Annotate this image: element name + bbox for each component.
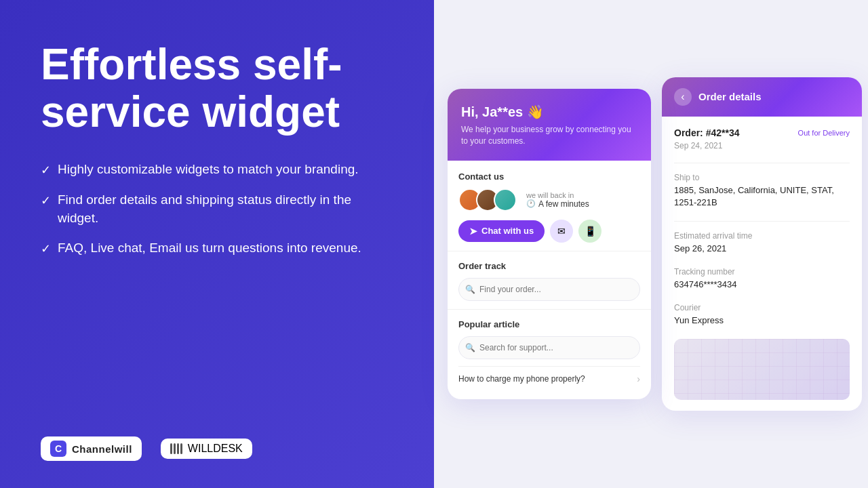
response-time: A few minutes [538,199,589,209]
right-panel: Hi, Ja**es 👋 We help your business grow … [434,0,868,488]
brands-row: C Channelwill WILLDESK [41,436,393,461]
chat-with-us-button[interactable]: ➤ Chat with us [458,220,545,242]
chat-header: Hi, Ja**es 👋 We help your business grow … [448,89,651,161]
ship-to-row: Ship to 1885, SanJose, California, UNITE… [674,173,850,209]
map-placeholder [674,339,850,400]
order-search-wrap: 🔍 [458,278,640,301]
order-widget-body: Order: #42**34 Out for Delivery Sep 24, … [662,117,862,411]
chat-body: Contact us we will back in 🕐 A few minut… [448,161,651,399]
ship-to-label: Ship to [674,173,850,182]
chat-btn-icon: ➤ [469,226,477,237]
article-chevron-icon: › [637,373,640,384]
order-date: Sep 24, 2021 [674,141,850,150]
chat-widget: Hi, Ja**es 👋 We help your business grow … [448,89,651,399]
features-list: ✓Highly customizable widgets to match yo… [41,161,393,258]
order-widget: ‹ Order details Order: #42**34 Out for D… [662,77,862,411]
order-status: Out for Delivery [798,129,850,137]
ship-to-address: 1885, SanJose, California, UNITE, STAT, … [674,184,850,209]
clock-icon: 🕐 [526,199,536,208]
feature-item: ✓Find order details and shipping status … [41,191,393,227]
we-will-back-label: we will back in [526,191,589,199]
article-search-icon: 🔍 [465,343,475,352]
tracking-row: Tracking number 634746****3434 [674,267,850,291]
chat-subtitle: We help your business grow by connecting… [461,124,637,147]
checkmark-icon: ✓ [41,241,51,258]
willdesk-brand: WILLDESK [161,439,252,459]
courier-label: Courier [674,303,850,312]
checkmark-icon: ✓ [41,192,51,209]
email-button[interactable]: ✉ [550,220,573,243]
feature-item: ✓FAQ, Live chat, Email us turn questions… [41,239,393,258]
divider-1 [674,163,850,163]
order-number: Order: #42**34 [674,127,740,138]
order-widget-header: ‹ Order details [662,77,862,117]
agent-avatars [458,188,517,211]
order-row-header: Order: #42**34 Out for Delivery [674,127,850,138]
email-icon: ✉ [557,226,566,237]
channelwill-brand: C Channelwill [41,436,142,461]
checkmark-icon: ✓ [41,162,51,179]
estimated-row: Estimated arrival time Sep 26, 2021 [674,231,850,255]
article-search-input[interactable] [458,336,640,359]
order-number-row: Order: #42**34 Out for Delivery Sep 24, … [674,127,850,150]
willdesk-label: WILLDESK [188,443,243,455]
divider-2 [674,221,850,222]
tracking-number: 634746****3434 [674,279,850,291]
channelwill-icon: C [50,441,66,457]
estimated-date: Sep 26, 2021 [674,243,850,255]
back-icon: ‹ [681,91,684,103]
estimated-label: Estimated arrival time [674,231,850,241]
left-panel: Effortless self-service widget ✓Highly c… [0,0,434,488]
feature-item: ✓Highly customizable widgets to match yo… [41,161,393,179]
whatsapp-icon: 📱 [585,226,596,237]
order-search-input[interactable] [458,278,640,301]
popular-article-section: Popular article 🔍 How to charge my phone… [448,310,651,399]
courier-row: Courier Yun Express [674,303,850,327]
chat-actions: ➤ Chat with us ✉ 📱 [458,220,640,243]
article-label: How to charge my phone properly? [458,374,585,384]
chat-greeting: Hi, Ja**es 👋 [461,104,637,120]
order-search-icon: 🔍 [465,285,475,294]
contact-row: we will back in 🕐 A few minutes [458,188,640,211]
contact-section-title: Contact us [458,171,640,182]
contact-info: we will back in 🕐 A few minutes [526,191,589,209]
article-item[interactable]: How to charge my phone properly? › [458,366,640,391]
order-track-section: Order track 🔍 [448,251,651,310]
avatar-3 [494,188,517,211]
order-track-title: Order track [458,261,640,271]
popular-article-title: Popular article [458,319,640,329]
svg-rect-0 [674,339,850,400]
back-button[interactable]: ‹ [674,88,692,106]
time-row: 🕐 A few minutes [526,199,589,209]
contact-section: Contact us we will back in 🕐 A few minut… [448,161,651,251]
channelwill-label: Channelwill [72,443,132,455]
map-grid-icon [674,339,850,400]
whatsapp-button[interactable]: 📱 [578,220,601,243]
courier-name: Yun Express [674,314,850,327]
willdesk-icon [170,443,182,454]
hero-title: Effortless self-service widget [41,41,393,136]
tracking-label: Tracking number [674,267,850,277]
chat-btn-label: Chat with us [481,226,534,236]
article-search-wrap: 🔍 [458,336,640,359]
order-details-title: Order details [698,91,762,102]
